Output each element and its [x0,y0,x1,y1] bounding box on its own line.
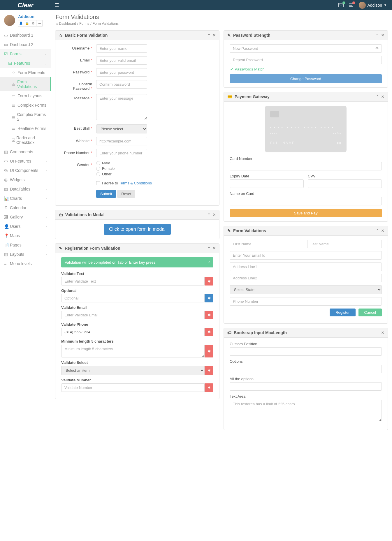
sidebar-item-datatables[interactable]: ▦DataTables› [0,184,51,194]
sidebar-item-components[interactable]: ▥Components› [0,147,51,156]
skill-select[interactable]: Please select [96,124,147,133]
collapse-icon[interactable]: ⌃ [208,246,210,250]
save-pay-button[interactable]: Save and Pay [230,209,382,217]
close-icon[interactable]: ✕ [213,213,216,217]
validate-number-input[interactable] [61,383,205,392]
close-icon[interactable]: ✕ [213,246,216,250]
sidebar-item-complex-forms[interactable]: ▤Complex Forms [0,101,51,110]
alert-close-icon[interactable]: × [208,260,210,264]
breadcrumb-link[interactable]: Forms [79,22,89,26]
minlen-input[interactable] [61,345,205,357]
terms-link[interactable]: Terms & Conditions [119,181,152,185]
sidebar-item-ui-features[interactable]: ▭UI Features› [0,156,51,166]
brand-logo[interactable]: Clear [0,1,51,9]
mail-icon[interactable] [338,3,344,8]
last-name-input[interactable] [307,240,382,248]
info-addon-icon: ✱ [205,294,213,302]
close-icon[interactable]: ✕ [381,95,384,99]
sidebar-item-dashboard-1[interactable]: ▭Dashboard 1 [0,31,51,40]
terms-checkbox[interactable]: I agree to Terms & Conditions [96,181,152,185]
tasks-icon[interactable] [349,3,354,8]
card-number-input[interactable] [230,162,382,170]
eye-icon[interactable]: 👁 [375,46,379,50]
sidebar-item-pages[interactable]: 📄Pages› [0,240,51,250]
sidebar-item-form-validations[interactable]: ⚠Form Validations [0,77,51,91]
sidebar-item-layouts[interactable]: ▥Layouts› [0,250,51,259]
sidebar-item-form-layouts[interactable]: ▭Form Layouts [0,91,51,101]
collapse-icon[interactable]: ⌃ [376,33,379,37]
home-icon: ⌂ [56,22,58,26]
sidebar-item-maps[interactable]: 📍Maps› [0,231,51,240]
phone-input[interactable] [96,149,147,157]
breadcrumb-link[interactable]: Dashboard [59,22,76,26]
close-icon[interactable]: ✕ [381,331,384,335]
addr1-input[interactable] [230,262,382,271]
fv-email-input[interactable] [230,251,382,260]
custom-position-input[interactable] [230,347,382,356]
sidebar-item-features[interactable]: ▤Features⌄ [0,59,51,68]
maxlen-textarea[interactable] [230,400,382,421]
fv-phone-input[interactable] [230,297,382,306]
lock-icon[interactable]: 🔒 [24,20,30,27]
panel-basic-validation: ☆ Basic Form Validation ⌃✕ Username * Em… [55,30,219,206]
cvv-input[interactable] [308,179,382,188]
collapse-icon[interactable]: ⌃ [376,229,379,233]
all-options-input[interactable] [230,382,382,391]
sidebar-item-gallery[interactable]: 🖼Gallery› [0,212,51,222]
panel-form-validations: ✎ Form Validations ⌃✕ Select State [224,226,388,324]
username-input[interactable] [96,44,147,53]
gender-male-radio[interactable]: Male [96,161,147,165]
sidebar-item-menu-levels[interactable]: ≡Menu levels› [0,259,51,268]
logout-icon[interactable]: ⇥ [36,20,43,27]
options-input[interactable] [230,365,382,373]
password-input[interactable] [96,68,147,77]
validate-phone-input[interactable] [61,328,205,336]
repeat-password-input[interactable] [230,56,382,64]
sidebar-item-form-elements[interactable]: ♢Form Elements [0,68,51,77]
optional-input[interactable] [61,294,205,302]
validate-text-input[interactable] [61,277,205,286]
first-name-input[interactable] [230,240,304,248]
register-button[interactable]: Register [330,309,355,316]
panel-password-strength: ✎ Password Strength ⌃✕ 👁 ✔Passwords Matc… [224,30,388,88]
confirm-password-input[interactable] [96,80,147,89]
credit-card-preview: • • • • • • • • • • • • • • • • • • • ••… [265,106,347,152]
sidebar-item-radio-checkbox[interactable]: ☑Radio and Checkbox [0,133,51,147]
state-select[interactable]: Select State [230,285,382,294]
name-on-card-input[interactable] [230,197,382,205]
sidebar-item-dashboard-2[interactable]: ▭Dashboard 2 [0,40,51,49]
collapse-icon[interactable]: ⌃ [376,95,379,99]
submit-button[interactable]: Submit [96,190,116,198]
sidebar-item-widgets[interactable]: ◎Widgets [0,175,51,184]
menu-toggle-icon[interactable]: ☰ [51,2,63,8]
validate-select[interactable]: Select an item [61,366,205,375]
gender-female-radio[interactable]: Female [96,166,147,171]
collapse-icon[interactable]: ⌃ [208,33,210,37]
open-modal-button[interactable]: Click to open form in modal [104,224,171,235]
user-icon[interactable]: 👤 [18,20,24,27]
sidebar-item-users[interactable]: 👤Users› [0,222,51,231]
change-password-button[interactable]: Change Password [230,74,382,83]
sidebar-item-complex-forms-2[interactable]: ▤Complex Forms 2 [0,110,51,124]
message-input[interactable] [96,94,147,120]
website-input[interactable] [96,137,147,145]
user-menu[interactable]: Addison ▼ [359,2,387,9]
gear-icon[interactable]: ⚙ [30,20,36,27]
sidebar-item-ui-components[interactable]: 🛍UI Components› [0,166,51,175]
sidebar-item-charts[interactable]: 📊Charts› [0,194,51,203]
new-password-input[interactable] [230,44,382,53]
close-icon[interactable]: ✕ [381,229,384,233]
email-input[interactable] [96,56,147,65]
collapse-icon[interactable]: ⌃ [208,213,210,217]
gender-other-radio[interactable]: Other [96,172,147,176]
expiry-input[interactable] [230,179,304,188]
reset-button[interactable]: Reset [117,190,135,198]
validate-email-input[interactable] [61,311,205,319]
close-icon[interactable]: ✕ [381,33,384,37]
cancel-button[interactable]: Cancel [358,309,382,316]
addr2-input[interactable] [230,274,382,282]
close-icon[interactable]: ✕ [213,33,216,37]
sidebar-item-realtime-forms[interactable]: ▭Realtime Forms [0,124,51,133]
sidebar-item-calendar[interactable]: 🗓Calendar› [0,203,51,212]
sidebar-item-forms[interactable]: ☑Forms⌄ [0,49,51,59]
